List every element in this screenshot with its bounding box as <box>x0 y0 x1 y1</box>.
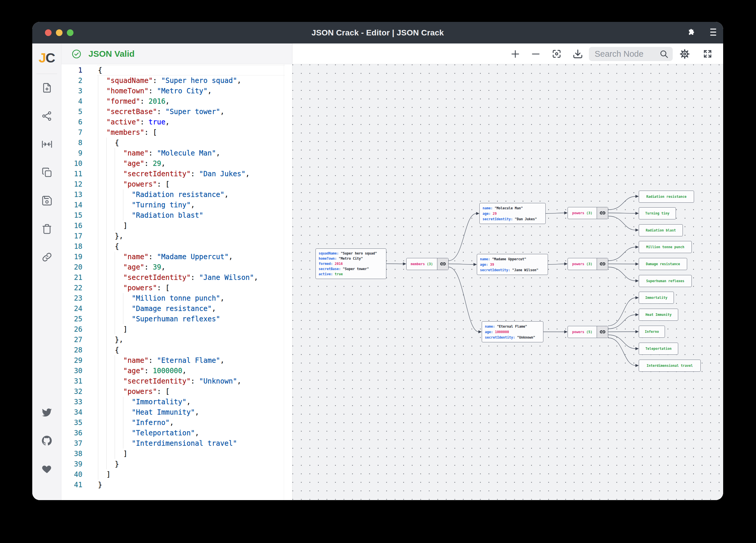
expand-link-icon[interactable] <box>597 258 608 270</box>
graph-icon[interactable] <box>32 110 61 122</box>
code-line[interactable]: 28 { <box>61 345 292 355</box>
code-line[interactable]: 19 "name": "Madame Uppercut", <box>61 252 292 262</box>
graph-node-powers-3[interactable]: powers (5) <box>568 326 608 338</box>
focus-icon[interactable] <box>551 44 562 64</box>
menu-icon[interactable] <box>710 28 716 37</box>
code-line[interactable]: 25 "Superhuman reflexes" <box>61 314 292 324</box>
code-line[interactable]: 15 "Radiation blast" <box>61 210 292 221</box>
code-line[interactable]: 36 "Teleportation", <box>61 428 292 438</box>
settings-icon[interactable] <box>679 44 690 64</box>
code-line[interactable]: 10 "age": 29, <box>61 158 292 169</box>
code-line[interactable]: 38 ] <box>61 449 292 459</box>
code-line[interactable]: 17 }, <box>61 231 292 241</box>
graph-node-leaf-11[interactable]: Interdimensional travel <box>639 359 701 372</box>
graph-node-members[interactable]: members (3) <box>406 258 449 270</box>
graph-node-leaf-9[interactable]: Inferno <box>639 325 665 338</box>
code-line[interactable]: 18 { <box>61 241 292 252</box>
app-window: JSON Crack - Editor | JSON Crack JC <box>32 22 723 500</box>
graph-node-leaf-1[interactable]: Radiation resistance <box>639 191 694 203</box>
fullscreen-icon[interactable] <box>703 44 712 64</box>
graph-node-leaf-3[interactable]: Radiation blast <box>639 224 683 237</box>
zoom-in-icon[interactable] <box>511 44 520 64</box>
expand-link-icon[interactable] <box>597 326 608 338</box>
code-line[interactable]: 29 "name": "Eternal Flame", <box>61 355 292 366</box>
code-line[interactable]: 22 "powers": [ <box>61 283 292 293</box>
code-line[interactable]: 2 "squadName": "Super hero squad", <box>61 75 292 86</box>
code-line[interactable]: 14 "Turning tiny", <box>61 200 292 210</box>
code-line[interactable]: 23 "Million tonne punch", <box>61 293 292 303</box>
code-area[interactable]: 1{2 "squadName": "Super hero squad",3 "h… <box>61 64 292 500</box>
code-line[interactable]: 40 ] <box>61 469 292 480</box>
code-line[interactable]: 35 "Inferno", <box>61 417 292 428</box>
code-line[interactable]: 26 ] <box>61 324 292 334</box>
graph-node-member-1[interactable]: name: "Molecule Man"age: 29secretIdentit… <box>479 203 546 224</box>
graph-node-powers-1[interactable]: powers (3) <box>568 207 608 219</box>
heart-icon[interactable] <box>32 463 61 474</box>
graph-node-leaf-4[interactable]: Million tonne punch <box>639 241 692 253</box>
code-line[interactable]: 7 "members": [ <box>61 127 292 138</box>
twitter-icon[interactable] <box>32 406 61 418</box>
code-line[interactable]: 9 "name": "Molecule Man", <box>61 148 292 158</box>
link-icon[interactable] <box>32 252 61 263</box>
line-number: 19 <box>61 252 82 262</box>
line-number: 15 <box>61 210 82 221</box>
graph-node-root[interactable]: squadName: "Super hero squad"homeTown: "… <box>315 249 386 279</box>
graph-node-leaf-7[interactable]: Immortality <box>639 291 674 304</box>
line-number: 11 <box>61 169 82 179</box>
graph-canvas[interactable]: squadName: "Super hero squad"homeTown: "… <box>292 64 723 500</box>
download-icon[interactable] <box>572 44 583 64</box>
code-line[interactable]: 21 "secretIdentity": "Jane Wilson", <box>61 272 292 283</box>
code-line[interactable]: 41} <box>61 480 292 490</box>
line-number: 28 <box>61 345 82 355</box>
graph-node-member-3[interactable]: name: "Eternal Flame"age: 1000000secretI… <box>482 321 543 342</box>
expand-link-icon[interactable] <box>437 258 448 270</box>
code-line[interactable]: 31 "secretIdentity": "Unknown", <box>61 376 292 386</box>
line-number: 23 <box>61 293 82 303</box>
new-document-icon[interactable] <box>32 82 61 94</box>
search-icon[interactable] <box>659 49 669 60</box>
line-number: 14 <box>61 200 82 210</box>
graph-node-leaf-2[interactable]: Turning tiny <box>639 207 676 220</box>
code-line[interactable]: 5 "secretBase": "Super tower", <box>61 107 292 117</box>
code-line[interactable]: 8 { <box>61 138 292 148</box>
code-line[interactable]: 11 "secretIdentity": "Dan Jukes", <box>61 169 292 179</box>
graph-panel: squadName: "Super hero squad"homeTown: "… <box>292 44 723 500</box>
code-line[interactable]: 37 "Interdimensional travel" <box>61 438 292 449</box>
code-line[interactable]: 34 "Heat Immunity", <box>61 407 292 417</box>
copy-icon[interactable] <box>32 167 61 178</box>
graph-node-leaf-5[interactable]: Damage resistance <box>639 258 687 270</box>
code-line[interactable]: 33 "Immortality", <box>61 397 292 407</box>
line-number: 13 <box>61 190 82 200</box>
code-line[interactable]: 6 "active": true, <box>61 117 292 127</box>
line-number: 1 <box>61 65 82 75</box>
line-number: 7 <box>61 127 82 138</box>
code-line[interactable]: 30 "age": 1000000, <box>61 366 292 376</box>
code-line[interactable]: 13 "Radiation resistance", <box>61 190 292 200</box>
extension-puzzle-icon[interactable] <box>687 28 696 38</box>
code-line[interactable]: 1{ <box>61 65 292 75</box>
line-number: 29 <box>61 355 82 366</box>
code-line[interactable]: 27 }, <box>61 334 292 345</box>
code-line[interactable]: 39 } <box>61 459 292 469</box>
code-line[interactable]: 20 "age": 39, <box>61 262 292 272</box>
code-line[interactable]: 24 "Damage resistance", <box>61 303 292 314</box>
zoom-out-icon[interactable] <box>531 44 540 64</box>
graph-node-leaf-8[interactable]: Heat Immunity <box>639 308 678 321</box>
app-logo[interactable]: JC <box>32 50 61 66</box>
graph-node-leaf-10[interactable]: Teleportation <box>639 342 678 355</box>
code-line[interactable]: 3 "homeTown": "Metro City", <box>61 86 292 96</box>
fold-horizontal-icon[interactable] <box>32 139 61 150</box>
code-line[interactable]: 16 ] <box>61 221 292 231</box>
graph-node-powers-2[interactable]: powers (3) <box>568 258 608 270</box>
trash-icon[interactable] <box>32 223 61 235</box>
save-icon[interactable] <box>32 195 61 207</box>
line-number: 8 <box>61 138 82 148</box>
github-icon[interactable] <box>32 435 61 446</box>
code-line[interactable]: 12 "powers": [ <box>61 179 292 190</box>
code-line[interactable]: 4 "formed": 2016, <box>61 96 292 107</box>
line-number: 38 <box>61 449 82 459</box>
code-line[interactable]: 32 "powers": [ <box>61 386 292 397</box>
graph-node-member-2[interactable]: name: "Madame Uppercut"age: 39secretIden… <box>477 254 548 275</box>
expand-link-icon[interactable] <box>597 207 608 219</box>
graph-node-leaf-6[interactable]: Superhuman reflexes <box>639 275 692 287</box>
